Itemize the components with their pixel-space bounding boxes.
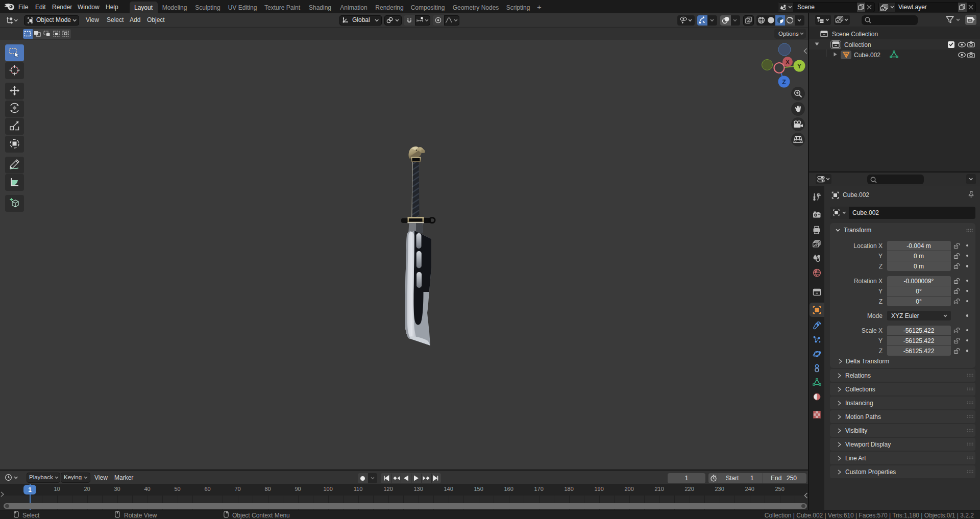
svg-text:Y: Y	[797, 63, 802, 70]
svg-text:Z: Z	[782, 79, 786, 86]
svg-text:X: X	[786, 59, 790, 66]
